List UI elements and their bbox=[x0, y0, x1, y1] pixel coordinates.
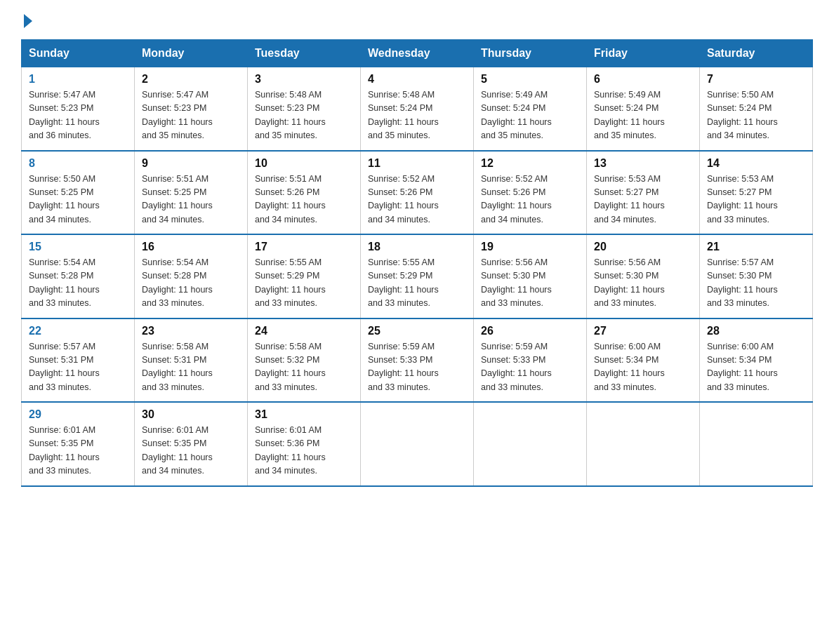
day-sun-info: Sunrise: 5:56 AMSunset: 5:30 PMDaylight:… bbox=[594, 256, 694, 311]
day-number: 6 bbox=[594, 73, 694, 86]
day-number: 22 bbox=[29, 325, 128, 337]
day-number: 27 bbox=[594, 325, 694, 337]
calendar-week-row: 15Sunrise: 5:54 AMSunset: 5:28 PMDayligh… bbox=[22, 234, 813, 318]
day-number: 4 bbox=[368, 73, 468, 86]
day-number: 17 bbox=[255, 241, 355, 253]
calendar-day-cell bbox=[361, 402, 474, 486]
weekday-header-tuesday: Tuesday bbox=[248, 40, 361, 67]
day-number: 18 bbox=[368, 241, 468, 253]
day-sun-info: Sunrise: 5:47 AMSunset: 5:23 PMDaylight:… bbox=[142, 88, 241, 143]
day-number: 19 bbox=[481, 241, 581, 253]
day-sun-info: Sunrise: 5:55 AMSunset: 5:29 PMDaylight:… bbox=[255, 256, 355, 311]
weekday-header-wednesday: Wednesday bbox=[361, 40, 474, 67]
day-sun-info: Sunrise: 5:58 AMSunset: 5:32 PMDaylight:… bbox=[255, 340, 355, 395]
calendar-day-cell: 9Sunrise: 5:51 AMSunset: 5:25 PMDaylight… bbox=[135, 151, 248, 235]
day-sun-info: Sunrise: 5:51 AMSunset: 5:26 PMDaylight:… bbox=[255, 173, 355, 227]
calendar-day-cell: 29Sunrise: 6:01 AMSunset: 5:35 PMDayligh… bbox=[22, 402, 135, 486]
day-sun-info: Sunrise: 5:50 AMSunset: 5:24 PMDaylight:… bbox=[707, 88, 807, 143]
calendar-day-cell: 10Sunrise: 5:51 AMSunset: 5:26 PMDayligh… bbox=[248, 151, 361, 235]
calendar-day-cell: 22Sunrise: 5:57 AMSunset: 5:31 PMDayligh… bbox=[22, 318, 135, 403]
day-number: 23 bbox=[142, 325, 241, 337]
day-sun-info: Sunrise: 6:01 AMSunset: 5:35 PMDaylight:… bbox=[142, 424, 241, 478]
day-sun-info: Sunrise: 5:54 AMSunset: 5:28 PMDaylight:… bbox=[29, 256, 128, 311]
logo-blue-part bbox=[21, 14, 32, 27]
day-sun-info: Sunrise: 6:01 AMSunset: 5:36 PMDaylight:… bbox=[255, 424, 355, 478]
day-sun-info: Sunrise: 5:54 AMSunset: 5:28 PMDaylight:… bbox=[142, 256, 241, 311]
calendar-day-cell: 23Sunrise: 5:58 AMSunset: 5:31 PMDayligh… bbox=[135, 318, 248, 403]
day-number: 20 bbox=[594, 241, 694, 253]
calendar-day-cell: 16Sunrise: 5:54 AMSunset: 5:28 PMDayligh… bbox=[135, 234, 248, 318]
day-number: 30 bbox=[142, 408, 241, 421]
calendar-day-cell: 31Sunrise: 6:01 AMSunset: 5:36 PMDayligh… bbox=[248, 402, 361, 486]
calendar-day-cell bbox=[474, 402, 587, 486]
calendar-day-cell: 21Sunrise: 5:57 AMSunset: 5:30 PMDayligh… bbox=[700, 234, 813, 318]
weekday-header-saturday: Saturday bbox=[700, 40, 813, 67]
calendar-day-cell: 25Sunrise: 5:59 AMSunset: 5:33 PMDayligh… bbox=[361, 318, 474, 403]
calendar-week-row: 1Sunrise: 5:47 AMSunset: 5:23 PMDaylight… bbox=[22, 67, 813, 151]
calendar-day-cell: 12Sunrise: 5:52 AMSunset: 5:26 PMDayligh… bbox=[474, 151, 587, 235]
day-sun-info: Sunrise: 5:47 AMSunset: 5:23 PMDaylight:… bbox=[29, 88, 128, 143]
day-sun-info: Sunrise: 5:56 AMSunset: 5:30 PMDaylight:… bbox=[481, 256, 581, 311]
day-sun-info: Sunrise: 5:59 AMSunset: 5:33 PMDaylight:… bbox=[368, 340, 468, 395]
day-number: 28 bbox=[707, 325, 807, 337]
day-number: 3 bbox=[255, 73, 355, 86]
calendar-day-cell: 4Sunrise: 5:48 AMSunset: 5:24 PMDaylight… bbox=[361, 67, 474, 151]
day-number: 21 bbox=[707, 241, 807, 253]
logo-text bbox=[21, 14, 32, 27]
calendar-day-cell bbox=[700, 402, 813, 486]
day-sun-info: Sunrise: 5:49 AMSunset: 5:24 PMDaylight:… bbox=[481, 88, 581, 143]
day-sun-info: Sunrise: 5:48 AMSunset: 5:24 PMDaylight:… bbox=[368, 88, 468, 143]
page-header bbox=[21, 14, 813, 27]
day-sun-info: Sunrise: 6:00 AMSunset: 5:34 PMDaylight:… bbox=[707, 340, 807, 395]
calendar-day-cell: 20Sunrise: 5:56 AMSunset: 5:30 PMDayligh… bbox=[587, 234, 700, 318]
day-number: 29 bbox=[29, 408, 128, 421]
weekday-header-row: SundayMondayTuesdayWednesdayThursdayFrid… bbox=[22, 40, 813, 67]
day-sun-info: Sunrise: 6:00 AMSunset: 5:34 PMDaylight:… bbox=[594, 340, 694, 395]
day-number: 10 bbox=[255, 157, 355, 170]
day-number: 14 bbox=[707, 157, 807, 170]
weekday-header-friday: Friday bbox=[587, 40, 700, 67]
day-number: 2 bbox=[142, 73, 241, 86]
day-sun-info: Sunrise: 5:52 AMSunset: 5:26 PMDaylight:… bbox=[368, 173, 468, 227]
calendar-day-cell: 13Sunrise: 5:53 AMSunset: 5:27 PMDayligh… bbox=[587, 151, 700, 235]
day-number: 9 bbox=[142, 157, 241, 170]
day-sun-info: Sunrise: 5:59 AMSunset: 5:33 PMDaylight:… bbox=[481, 340, 581, 395]
calendar-day-cell: 8Sunrise: 5:50 AMSunset: 5:25 PMDaylight… bbox=[22, 151, 135, 235]
calendar-day-cell: 15Sunrise: 5:54 AMSunset: 5:28 PMDayligh… bbox=[22, 234, 135, 318]
day-sun-info: Sunrise: 5:51 AMSunset: 5:25 PMDaylight:… bbox=[142, 173, 241, 227]
day-number: 31 bbox=[255, 408, 355, 421]
calendar-table: SundayMondayTuesdayWednesdayThursdayFrid… bbox=[21, 39, 813, 487]
day-number: 26 bbox=[481, 325, 581, 337]
logo bbox=[21, 14, 32, 27]
day-number: 13 bbox=[594, 157, 694, 170]
day-sun-info: Sunrise: 5:53 AMSunset: 5:27 PMDaylight:… bbox=[594, 173, 694, 227]
calendar-day-cell: 27Sunrise: 6:00 AMSunset: 5:34 PMDayligh… bbox=[587, 318, 700, 403]
day-number: 1 bbox=[29, 73, 128, 86]
weekday-header-monday: Monday bbox=[135, 40, 248, 67]
day-number: 8 bbox=[29, 157, 128, 170]
day-sun-info: Sunrise: 5:50 AMSunset: 5:25 PMDaylight:… bbox=[29, 173, 128, 227]
calendar-day-cell: 7Sunrise: 5:50 AMSunset: 5:24 PMDaylight… bbox=[700, 67, 813, 151]
calendar-day-cell bbox=[587, 402, 700, 486]
day-number: 11 bbox=[368, 157, 468, 170]
calendar-week-row: 8Sunrise: 5:50 AMSunset: 5:25 PMDaylight… bbox=[22, 151, 813, 235]
day-number: 12 bbox=[481, 157, 581, 170]
day-sun-info: Sunrise: 5:48 AMSunset: 5:23 PMDaylight:… bbox=[255, 88, 355, 143]
calendar-day-cell: 6Sunrise: 5:49 AMSunset: 5:24 PMDaylight… bbox=[587, 67, 700, 151]
calendar-day-cell: 5Sunrise: 5:49 AMSunset: 5:24 PMDaylight… bbox=[474, 67, 587, 151]
calendar-day-cell: 24Sunrise: 5:58 AMSunset: 5:32 PMDayligh… bbox=[248, 318, 361, 403]
day-sun-info: Sunrise: 5:49 AMSunset: 5:24 PMDaylight:… bbox=[594, 88, 694, 143]
day-number: 15 bbox=[29, 241, 128, 253]
day-sun-info: Sunrise: 5:57 AMSunset: 5:30 PMDaylight:… bbox=[707, 256, 807, 311]
calendar-day-cell: 2Sunrise: 5:47 AMSunset: 5:23 PMDaylight… bbox=[135, 67, 248, 151]
day-sun-info: Sunrise: 5:53 AMSunset: 5:27 PMDaylight:… bbox=[707, 173, 807, 227]
calendar-day-cell: 26Sunrise: 5:59 AMSunset: 5:33 PMDayligh… bbox=[474, 318, 587, 403]
calendar-day-cell: 18Sunrise: 5:55 AMSunset: 5:29 PMDayligh… bbox=[361, 234, 474, 318]
logo-arrow-icon bbox=[24, 14, 32, 28]
day-number: 16 bbox=[142, 241, 241, 253]
day-number: 5 bbox=[481, 73, 581, 86]
calendar-day-cell: 14Sunrise: 5:53 AMSunset: 5:27 PMDayligh… bbox=[700, 151, 813, 235]
weekday-header-sunday: Sunday bbox=[22, 40, 135, 67]
calendar-day-cell: 1Sunrise: 5:47 AMSunset: 5:23 PMDaylight… bbox=[22, 67, 135, 151]
calendar-day-cell: 11Sunrise: 5:52 AMSunset: 5:26 PMDayligh… bbox=[361, 151, 474, 235]
